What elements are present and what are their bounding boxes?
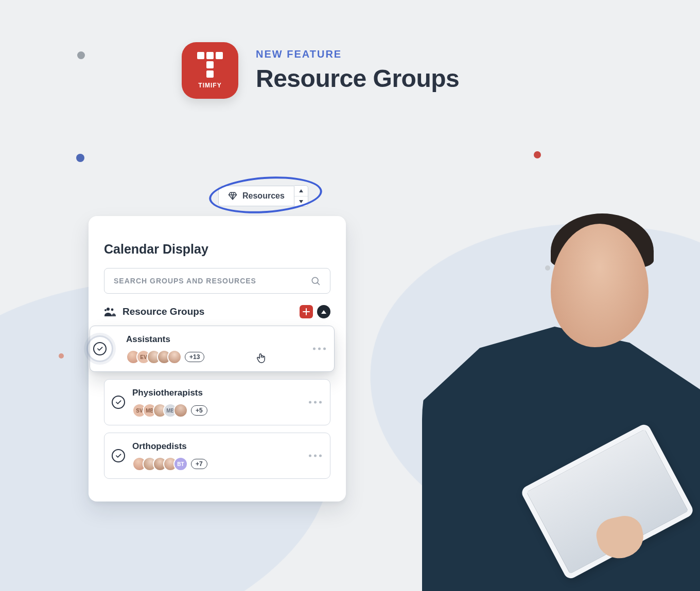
select-toggle[interactable]: [93, 342, 107, 355]
avatar: BT: [173, 457, 188, 471]
avatar-row: EV +13: [126, 350, 325, 364]
avatar-row: BT +7: [132, 457, 321, 471]
resources-label: Resources: [242, 191, 285, 201]
resource-groups-header: Resource Groups: [104, 305, 330, 318]
group-card-physiotherapists[interactable]: Physiotherapists SV MB MB +5: [104, 379, 330, 425]
decor-dot: [76, 154, 84, 162]
group-card-assistants[interactable]: Assistants EV +13: [90, 326, 335, 372]
stepper-down-button[interactable]: [294, 196, 308, 206]
more-count: +5: [191, 405, 207, 416]
search-input[interactable]: SEARCH GROUPS AND RESOURCES: [104, 268, 330, 294]
group-card-orthopedists[interactable]: Orthopedists BT +7: [104, 433, 330, 479]
svg-point-0: [312, 277, 318, 283]
svg-point-1: [107, 308, 110, 311]
chevron-down-icon: [299, 200, 304, 204]
resources-button[interactable]: Resources: [218, 186, 294, 206]
check-icon: [115, 399, 122, 406]
chevron-up-icon: [299, 189, 304, 193]
chevron-up-icon: [321, 309, 327, 314]
panel-title: Calendar Display: [104, 242, 330, 257]
stepper-up-button[interactable]: [294, 186, 308, 196]
avatar-row: SV MB MB +5: [132, 403, 321, 418]
decor-dot: [59, 353, 64, 359]
more-count: +13: [185, 352, 204, 362]
hero-kicker: NEW FEATURE: [256, 48, 459, 60]
decor-dot: [77, 51, 85, 59]
search-placeholder: SEARCH GROUPS AND RESOURCES: [114, 277, 256, 285]
promo-person-illustration: [422, 203, 700, 591]
hero-title: Resource Groups: [256, 64, 459, 93]
collapse-button[interactable]: [317, 305, 330, 318]
section-title: Resource Groups: [122, 306, 204, 317]
select-toggle[interactable]: [112, 449, 125, 462]
svg-point-2: [111, 309, 114, 311]
add-group-button[interactable]: [300, 305, 313, 318]
avatar: [167, 350, 182, 364]
more-menu-button[interactable]: [309, 455, 322, 457]
more-menu-button[interactable]: [309, 401, 322, 404]
group-name: Physiotherapists: [132, 388, 321, 398]
pointer-cursor-icon: [256, 352, 267, 365]
resources-selector: Resources: [218, 185, 308, 207]
hero-text: NEW FEATURE Resource Groups: [256, 48, 459, 93]
resources-stepper: [294, 185, 308, 207]
more-count: +7: [191, 459, 207, 469]
decor-dot: [534, 151, 541, 158]
check-icon: [115, 452, 122, 459]
plus-icon: [303, 308, 310, 315]
brand-name: TIMIFY: [198, 82, 221, 89]
calendar-display-panel: Calendar Display SEARCH GROUPS AND RESOU…: [89, 216, 346, 502]
svg-point-3: [104, 309, 107, 311]
hero-header: TIMIFY NEW FEATURE Resource Groups: [182, 42, 459, 99]
more-menu-button[interactable]: [313, 348, 326, 350]
check-icon: [96, 345, 103, 352]
diamond-icon: [228, 191, 237, 201]
people-icon: [104, 307, 116, 317]
search-icon: [310, 276, 321, 286]
app-logo: TIMIFY: [182, 42, 238, 99]
select-toggle[interactable]: [112, 396, 125, 409]
avatar: [173, 403, 188, 418]
group-name: Orthopedists: [132, 441, 321, 452]
logo-icon: [197, 52, 223, 78]
group-name: Assistants: [126, 334, 325, 345]
